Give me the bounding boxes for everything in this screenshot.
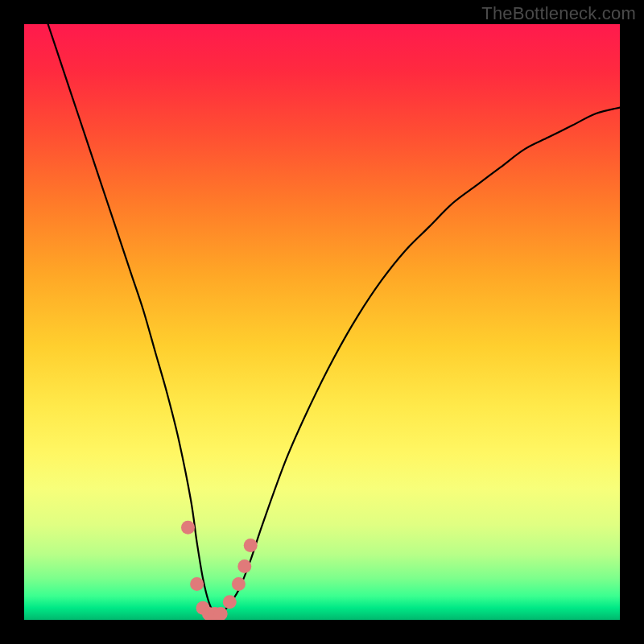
highlight-dot [237, 559, 251, 573]
plot-area [24, 24, 620, 620]
highlight-dot [181, 521, 195, 535]
highlight-dot [190, 577, 204, 591]
bottleneck-curve-path [48, 24, 620, 615]
highlight-dot [244, 539, 258, 552]
curve-layer [24, 24, 620, 620]
highlight-dots-group [181, 521, 258, 620]
watermark-text: TheBottleneck.com [481, 3, 636, 24]
chart-frame: TheBottleneck.com [0, 0, 644, 644]
highlight-dot [232, 577, 246, 591]
highlight-dot [223, 595, 237, 609]
